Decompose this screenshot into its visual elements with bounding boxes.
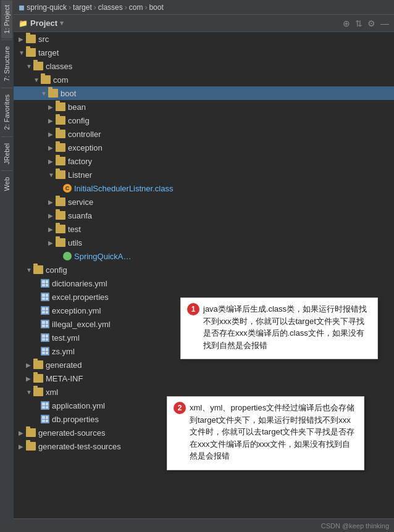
side-tab-favorites[interactable]: 2: Favorites bbox=[1, 89, 12, 135]
tab-separator-2 bbox=[1, 88, 12, 88]
label-config: config bbox=[68, 116, 90, 125]
folder-icon-boot bbox=[48, 89, 58, 98]
status-text: CSDN @keep thinking bbox=[321, 522, 389, 530]
config-icon-test bbox=[41, 333, 49, 342]
breadcrumb-com[interactable]: com bbox=[129, 3, 143, 12]
arrow-utils: ▶ bbox=[48, 239, 56, 246]
locate-icon[interactable]: ⊕ bbox=[343, 19, 350, 28]
tree-item-factory[interactable]: ▶ factory bbox=[14, 154, 394, 168]
folder-icon-config bbox=[56, 116, 65, 125]
arrow-bean: ▶ bbox=[48, 104, 56, 110]
project-dropdown-arrow[interactable]: ▾ bbox=[60, 19, 64, 27]
main-panel: ◼ spring-quick › target › classes › com … bbox=[14, 0, 394, 532]
side-tabs-panel: 1: Project 7: Structure 2: Favorites JRe… bbox=[0, 0, 14, 532]
spring-class-icon bbox=[63, 252, 72, 260]
header-icons: ⊕ ⇅ ⚙ — bbox=[343, 19, 389, 28]
tree-item-boot[interactable]: ▼ boot bbox=[14, 86, 394, 100]
popup1-text: java类编译后生成.class类，如果运行时报错找不到xxx类时，你就可以去t… bbox=[203, 303, 371, 351]
arrow-service: ▶ bbox=[48, 199, 56, 206]
folder-icon-com bbox=[41, 75, 51, 84]
project-tree[interactable]: ▶ src ▼ target ▼ classes ▼ com ▼ boot bbox=[14, 32, 394, 518]
label-dictionaries: dictionaries.yml bbox=[52, 279, 107, 288]
folder-icon-test bbox=[56, 225, 65, 233]
tree-item-suanfa[interactable]: ▶ suanfa bbox=[14, 209, 394, 222]
tree-item-src[interactable]: ▶ src bbox=[14, 32, 394, 46]
label-springquicka: SpringQuickA… bbox=[74, 252, 131, 261]
tree-item-springquicka[interactable]: SpringQuickA… bbox=[14, 249, 394, 263]
project-title: 📁 Project ▾ bbox=[19, 19, 343, 28]
breadcrumb-spring-quick[interactable]: ◼ spring-quick bbox=[19, 3, 67, 12]
tree-item-com[interactable]: ▼ com bbox=[14, 73, 394, 86]
arrow-generated-test-sources: ▶ bbox=[19, 443, 26, 450]
breadcrumb-boot[interactable]: boot bbox=[149, 3, 163, 12]
label-illegal-excel: illegal_excel.yml bbox=[52, 320, 111, 329]
tree-item-dictionaries[interactable]: dictionaries.yml bbox=[14, 276, 394, 290]
java-class-icon-initial: C bbox=[63, 184, 72, 193]
arrow-exception: ▶ bbox=[48, 144, 56, 151]
folder-icon-src bbox=[26, 35, 36, 43]
status-bar: CSDN @keep thinking bbox=[14, 518, 394, 532]
side-tab-jrebel[interactable]: JRebel bbox=[1, 138, 12, 169]
label-boot: boot bbox=[61, 89, 76, 98]
tree-item-bean[interactable]: ▶ bean bbox=[14, 100, 394, 114]
arrow-xml: ▼ bbox=[26, 389, 33, 396]
label-exception: exception bbox=[68, 143, 103, 152]
config-icon-application bbox=[41, 401, 49, 410]
tree-item-controller[interactable]: ▶ controller bbox=[14, 127, 394, 141]
folder-icon-xml bbox=[33, 388, 43, 396]
tree-item-listner[interactable]: ▼ Listner bbox=[14, 168, 394, 181]
tree-item-exception[interactable]: ▶ exception bbox=[14, 141, 394, 154]
arrow-target: ▼ bbox=[19, 49, 26, 56]
breadcrumb-target[interactable]: target bbox=[73, 3, 92, 12]
annotation-popup-1: 1 java类编译后生成.class类，如果运行时报错找不到xxx类时，你就可以… bbox=[180, 297, 378, 359]
tree-item-test-folder[interactable]: ▶ test bbox=[14, 222, 394, 236]
label-test-folder: test bbox=[68, 225, 81, 234]
breadcrumb-sep-4: › bbox=[145, 3, 147, 12]
config-icon-excel bbox=[41, 293, 49, 301]
label-bean: bean bbox=[68, 102, 86, 112]
label-service: service bbox=[68, 197, 93, 207]
config-icon-db bbox=[41, 415, 49, 423]
arrow-src: ▶ bbox=[19, 36, 26, 43]
breadcrumb-sep-3: › bbox=[125, 3, 127, 12]
breadcrumb-classes[interactable]: classes bbox=[98, 3, 123, 12]
tree-item-utils[interactable]: ▶ utils bbox=[14, 236, 394, 249]
tree-item-initial-scheduler[interactable]: C InitialSchedulerListner.class bbox=[14, 181, 394, 195]
tree-item-meta-inf[interactable]: ▶ META-INF bbox=[14, 372, 394, 385]
arrow-config-root: ▼ bbox=[26, 267, 33, 273]
label-application-yml: application.yml bbox=[52, 401, 105, 410]
side-tab-project[interactable]: 1: Project bbox=[1, 0, 12, 38]
tree-item-service[interactable]: ▶ service bbox=[14, 195, 394, 209]
arrow-config: ▶ bbox=[48, 117, 56, 124]
folder-icon-utils bbox=[56, 238, 65, 247]
arrow-suanfa: ▶ bbox=[48, 212, 56, 219]
label-test-yml: test.yml bbox=[52, 333, 80, 343]
annotation-popup-2: 2 xml、yml、properties文件经过编译后也会存储到target文件… bbox=[167, 396, 364, 470]
tree-item-target[interactable]: ▼ target bbox=[14, 46, 394, 59]
side-tab-structure[interactable]: 7: Structure bbox=[1, 41, 12, 86]
arrow-generated-sources: ▶ bbox=[19, 430, 26, 436]
folder-icon-controller bbox=[56, 130, 65, 138]
side-tab-web[interactable]: Web bbox=[1, 172, 12, 196]
folder-icon-generated-sources bbox=[26, 428, 36, 437]
label-generated: generated bbox=[46, 360, 82, 370]
label-zs-yml: zs.yml bbox=[52, 347, 75, 356]
label-db-properties: db.properties bbox=[52, 415, 99, 424]
settings-icon[interactable]: ⚙ bbox=[367, 19, 375, 28]
arrow-factory: ▶ bbox=[48, 158, 56, 165]
tree-item-config-folder[interactable]: ▶ config bbox=[14, 114, 394, 127]
label-generated-test-sources: generated-test-sources bbox=[38, 442, 121, 451]
label-listner: Listner bbox=[68, 170, 92, 180]
label-factory: factory bbox=[68, 157, 92, 166]
tree-item-generated[interactable]: ▶ generated bbox=[14, 358, 394, 372]
arrow-classes: ▼ bbox=[26, 63, 33, 70]
tree-item-classes[interactable]: ▼ classes bbox=[14, 59, 394, 73]
sort-icon[interactable]: ⇅ bbox=[355, 19, 363, 28]
label-generated-sources: generated-sources bbox=[38, 428, 105, 438]
popup2-text: xml、yml、properties文件经过编译后也会存储到target文件夹下… bbox=[190, 402, 358, 462]
badge-2: 2 bbox=[174, 402, 186, 414]
label-controller: controller bbox=[68, 130, 101, 139]
tree-item-config-root[interactable]: ▼ config bbox=[14, 263, 394, 276]
breadcrumb-sep-2: › bbox=[94, 3, 96, 12]
minimize-icon[interactable]: — bbox=[380, 19, 389, 28]
